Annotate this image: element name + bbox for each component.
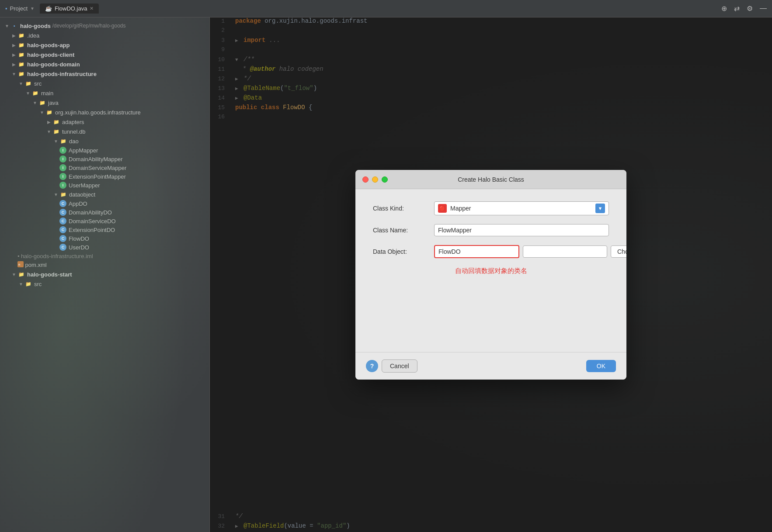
minimize-icon[interactable]: — [760,4,767,13]
sidebar-root-item[interactable]: ▼ ▪ halo-goods /develop/gitRep/mw/halo-g… [0,21,209,31]
sidebar-item-domainservicemapper[interactable]: I DomainServiceMapper [0,163,209,172]
choose-button[interactable]: Choose [611,245,626,258]
root-path: /develop/gitRep/mw/halo-goods [51,23,125,29]
domainservicedo-label: DomainServiceDO [69,218,116,225]
window-icon: ▪ [5,5,7,12]
dropdown-arrow-icon[interactable]: ▼ [30,6,35,11]
globe-icon[interactable]: ⊕ [721,4,727,13]
usermapper-icon: I [59,182,66,189]
flowdo-label: FlowDO [69,235,89,242]
minimize-traffic-light[interactable] [372,176,378,183]
dao-expand-icon: ▼ [52,138,59,145]
iml-label: halo-goods-infrastructure.iml [19,253,93,259]
class-name-control [434,224,609,236]
extensionpointdo-icon: C [59,226,66,233]
adapters-label: adapters [62,119,84,125]
sidebar-item-client[interactable]: ▶ 📁 halo-goods-client [0,50,209,59]
sidebar-item-app[interactable]: ▶ 📁 halo-goods-app [0,40,209,50]
dao-label: dao [69,138,79,145]
sidebar-item-extensionpointdo[interactable]: C ExtensionPointDO [0,225,209,234]
java-folder-icon: 📁 [38,99,46,107]
sidebar-item-idea[interactable]: ▶ 📁 .idea [0,31,209,40]
tab-close-icon[interactable]: ✕ [90,6,94,11]
project-sidebar: ▼ ▪ halo-goods /develop/gitRep/mw/halo-g… [0,17,210,532]
sidebar-item-pom[interactable]: ▶ m pom.xml [0,260,209,269]
dao-folder-icon: 📁 [59,137,67,145]
java-label: java [48,100,59,106]
client-expand-icon: ▶ [10,51,17,58]
title-bar: ▪ Project ▼ ☕ FlowDO.java ✕ ⊕ ⇄ ⚙ — [0,0,772,17]
idea-folder-icon: 📁 [17,31,25,39]
main-folder-icon: 📁 [31,89,39,97]
data-object-main-input[interactable] [434,245,519,258]
sidebar-item-domainabilitydo[interactable]: C DomainAbilityDO [0,208,209,217]
sidebar-item-adapters[interactable]: ▶ 📁 adapters [0,117,209,127]
root-expand-icon: ▼ [3,22,10,29]
help-button[interactable]: ? [366,360,378,372]
pkg-expand-icon: ▼ [38,109,45,116]
start-label: halo-goods-start [27,271,72,278]
cancel-button[interactable]: Cancel [382,359,417,373]
src-expand-icon: ▼ [17,80,24,87]
class-name-row: Class Name: [373,224,609,236]
java-file-icon: ☕ [45,5,52,12]
tab-flowdo[interactable]: ☕ FlowDO.java ✕ [40,3,99,14]
traffic-lights [362,176,388,183]
maximize-traffic-light[interactable] [382,176,388,183]
sidebar-item-pkg[interactable]: ▼ 📁 org.xujin.halo.goods.infrastructure [0,107,209,117]
sidebar-item-infrastructure[interactable]: ▼ 📁 halo-goods-infrastructure [0,69,209,79]
sidebar-item-appdo[interactable]: C AppDO [0,199,209,208]
class-name-label: Class Name: [373,227,434,234]
client-label: halo-goods-client [27,52,74,58]
sidebar-item-flowdo[interactable]: C FlowDO [0,234,209,243]
gear-icon[interactable]: ⚙ [747,4,753,13]
tunneldb-expand-icon: ▼ [45,128,52,135]
domainservicemapper-icon: I [59,164,66,171]
sidebar-item-dataobject[interactable]: ▼ 📁 dataobject [0,190,209,199]
sidebar-item-domainservicedo[interactable]: C DomainServiceDO [0,217,209,225]
code-editor: 1 package org.xujin.halo.goods.infrast 2… [210,17,772,532]
data-object-row: Data Object: Choose [373,245,609,258]
sidebar-item-start-src[interactable]: ▼ 📁 src [0,279,209,289]
close-traffic-light[interactable] [362,176,369,183]
sidebar-item-main[interactable]: ▼ 📁 main [0,88,209,98]
sidebar-item-java[interactable]: ▼ 📁 java [0,98,209,107]
domainabilitymapper-label: DomainAbilityMapper [69,156,123,162]
sidebar-item-extensionpointmapper[interactable]: I ExtensionPointMapper [0,172,209,181]
class-name-input[interactable] [434,224,609,236]
class-kind-control: 🔴 Mapper ▼ [434,201,609,215]
extensionpointmapper-icon: I [59,173,66,180]
extensionpointdo-label: ExtensionPointDO [69,227,115,233]
pom-label: pom.xml [24,262,47,268]
tab-filename: FlowDO.java [55,5,87,12]
appmapper-label: AppMapper [69,147,98,154]
client-folder-icon: 📁 [17,51,25,59]
sidebar-item-tunneldb[interactable]: ▼ 📁 tunnel.db [0,127,209,136]
dropdown-chevron-icon[interactable]: ▼ [595,204,605,213]
sidebar-item-dao[interactable]: ▼ 📁 dao [0,136,209,146]
sidebar-item-iml[interactable]: ▶ ▪ halo-goods-infrastructure.iml [0,252,209,260]
swap-icon[interactable]: ⇄ [734,4,740,13]
start-expand-icon: ▼ [10,271,17,278]
class-kind-value: Mapper [450,205,592,212]
domain-label: halo-goods-domain [27,61,80,68]
sidebar-item-src[interactable]: ▼ 📁 src [0,79,209,88]
domainservicedo-icon: C [59,218,66,225]
ok-button[interactable]: OK [586,360,616,372]
sidebar-item-appmapper[interactable]: I AppMapper [0,146,209,155]
main-expand-icon: ▼ [24,90,31,97]
sidebar-item-userdo[interactable]: C UserDO [0,243,209,252]
data-object-secondary-input[interactable] [523,245,607,258]
class-kind-label: Class Kind: [373,205,434,212]
idea-label: .idea [27,32,39,39]
footer-left: ? Cancel [366,359,417,373]
sidebar-item-domain[interactable]: ▶ 📁 halo-goods-domain [0,59,209,69]
sidebar-item-start[interactable]: ▼ 📁 halo-goods-start [0,269,209,279]
project-label: Project [10,5,28,12]
main-layout: ▼ ▪ halo-goods /develop/gitRep/mw/halo-g… [0,17,772,532]
sidebar-item-domainabilitymapper[interactable]: I DomainAbilityMapper [0,155,209,163]
adapters-expand-icon: ▶ [45,118,52,125]
class-kind-dropdown[interactable]: 🔴 Mapper ▼ [434,201,609,215]
tunneldb-folder-icon: 📁 [52,128,60,135]
sidebar-item-usermapper[interactable]: I UserMapper [0,181,209,190]
